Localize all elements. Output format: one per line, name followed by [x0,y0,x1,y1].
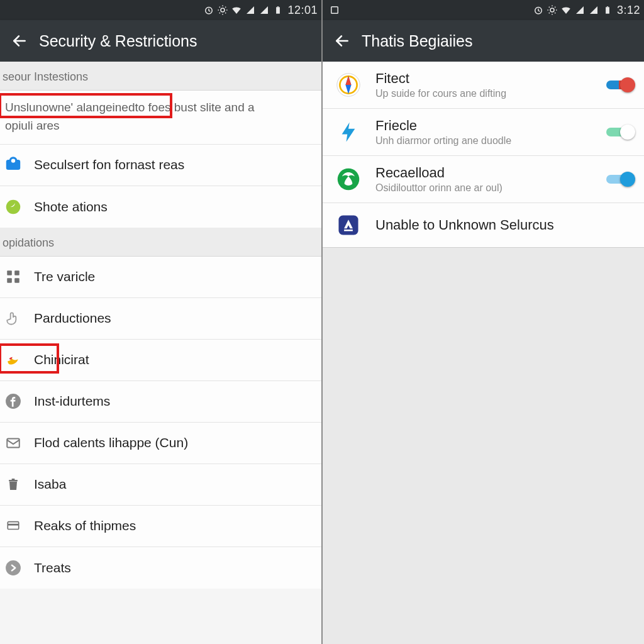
signal2-icon [258,4,270,16]
svg-point-1 [221,8,225,12]
bird-icon [3,349,24,370]
trash-icon [3,474,24,495]
row-label: Recaelload [375,165,605,181]
svg-rect-10 [7,279,12,284]
brightness-icon [217,4,228,16]
row-label: Tre varicle [34,269,95,284]
page-title: Security & Restrictions [39,32,197,50]
svg-point-6 [11,159,15,163]
battery-icon [272,4,284,16]
statusbar: 3:12 [323,0,644,20]
signal1-icon [574,4,586,16]
battery-icon [602,4,613,16]
toggle-recaelload[interactable] [605,170,635,188]
page-title: Thatis Begiaiies [362,32,472,50]
row-sub: Osidilouttor orinn ane ar oul) [375,182,605,194]
unknown-sources-description[interactable]: Unslunowne' alangeinedto foes bust slite… [0,91,321,145]
row-unable-unknown[interactable]: Unable to Unknown Selurcus [323,203,644,248]
shield-user-icon [3,154,24,175]
wifi-icon [560,4,572,16]
row-sub: Up suide for cours ane difting [375,88,605,99]
row-reaks[interactable]: Reaks of thipmes [0,506,321,547]
row-tre-varicle[interactable]: Tre varicle [0,257,321,298]
row-label: Inst-idurtems [34,394,110,409]
appstore-icon [335,212,362,238]
signal2-icon [588,4,599,16]
desc-part-a: Unslunowne' alangeinedto fo [5,101,158,114]
svg-rect-23 [607,6,608,7]
svg-rect-22 [606,7,609,13]
row-parductiones[interactable]: Parductiones [0,298,321,340]
row-label: Chinicirat [34,352,89,367]
toggle-fitect[interactable] [605,76,635,94]
svg-rect-2 [277,7,280,13]
row-shote[interactable]: Shote ations [0,186,321,228]
xbox-icon [335,166,362,192]
statusbar: 12:01 [0,0,321,20]
svg-rect-3 [277,6,279,7]
facebook-icon [3,391,24,412]
grid-icon [3,266,24,287]
row-isaba[interactable]: Isaba [0,464,321,506]
svg-point-7 [6,200,21,214]
row-label: Parductiones [34,311,111,326]
alarm-icon [203,4,214,16]
row-sub: Unh diarmor orting ane duodle [375,135,605,147]
svg-rect-19 [331,7,338,14]
appbar: Thatis Begiaiies [323,20,644,62]
section-header-opidations: opidations [0,228,321,257]
svg-point-21 [550,8,554,12]
right-screenshot: 3:12 Thatis Begiaiies Fitect Up suide fo… [323,0,644,644]
chevron-circle-icon [3,557,24,579]
row-label: Unable to Unknown Selurcus [375,217,635,233]
svg-rect-11 [14,279,19,284]
back-button[interactable] [330,29,354,53]
svg-rect-14 [9,480,18,481]
row-treats[interactable]: Treats [0,547,321,589]
card-icon [3,515,24,536]
row-inst-idurtems[interactable]: Inst-idurtems [0,381,321,423]
svg-rect-17 [8,524,18,526]
row-label: Seculsert fon fornast reas [34,157,184,172]
row-label: Reaks of thipmes [34,518,136,533]
row-flod-calents[interactable]: Flod calents lihappe (Cun) [0,423,321,464]
row-label: Shote ations [34,199,108,214]
svg-rect-13 [7,439,19,448]
svg-point-18 [6,560,21,575]
signal1-icon [245,4,256,16]
compass-icon [335,72,362,98]
toggle-friecle[interactable] [605,123,635,141]
desc-part-c: opiuli ares [5,119,60,132]
envelope-icon [3,432,24,453]
svg-rect-8 [7,271,12,276]
row-label: Fitect [375,70,605,87]
row-recaelload[interactable]: Recaelload Osidilouttor orinn ane ar oul… [323,156,644,203]
section-header-instestions: seour Instestions [0,62,321,91]
row-label: Flod calents lihappe (Cun) [34,435,188,450]
row-label: Isaba [34,477,66,492]
row-label: Treats [34,560,71,575]
svg-rect-9 [14,271,19,276]
hand-icon [3,308,24,329]
wifi-icon [231,4,242,16]
svg-rect-15 [12,479,15,480]
bolt-icon [335,119,362,145]
alarm-icon [533,4,544,16]
appbar: Security & Restrictions [0,20,321,62]
row-fitect[interactable]: Fitect Up suide for cours ane difting [323,62,644,109]
row-friecle[interactable]: Friecle Unh diarmor orting ane duodle [323,109,644,156]
left-screenshot: 12:01 Security & Restrictions seour Inst… [0,0,323,644]
desc-part-b: es bust slite and a [158,101,254,114]
leaf-circle-icon [3,196,24,218]
empty-area [323,248,644,644]
multitask-icon [329,4,340,16]
row-seculsert[interactable]: Seculsert fon fornast reas [0,145,321,186]
row-label: Friecle [375,118,605,134]
brightness-icon [547,4,558,16]
back-button[interactable] [8,29,31,53]
row-chinicirat[interactable]: Chinicirat [0,340,321,381]
clock: 12:01 [287,4,318,17]
clock: 3:12 [617,4,640,17]
